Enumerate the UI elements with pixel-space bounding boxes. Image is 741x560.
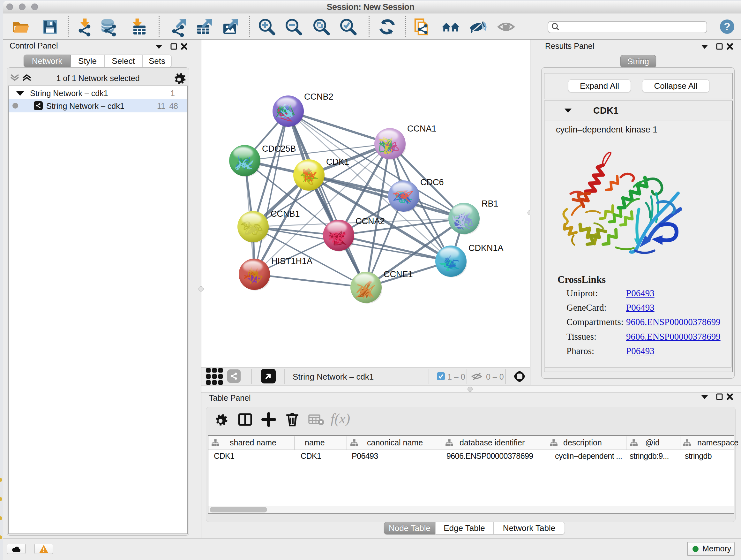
- svg-text:HIST1H1A: HIST1H1A: [271, 256, 313, 266]
- svg-text:CCNB2: CCNB2: [304, 92, 333, 102]
- svg-text:CCNE1: CCNE1: [384, 269, 413, 279]
- svg-text:CCNA1: CCNA1: [407, 124, 436, 133]
- svg-text:CDC25B: CDC25B: [262, 144, 296, 153]
- svg-text:CDC6: CDC6: [420, 178, 444, 187]
- svg-text:CCNB1: CCNB1: [271, 209, 300, 219]
- svg-text:CDKN1A: CDKN1A: [468, 243, 503, 253]
- svg-text:RB1: RB1: [482, 199, 498, 208]
- svg-text:CCNA2: CCNA2: [355, 216, 385, 226]
- svg-text:CDK1: CDK1: [326, 157, 349, 167]
